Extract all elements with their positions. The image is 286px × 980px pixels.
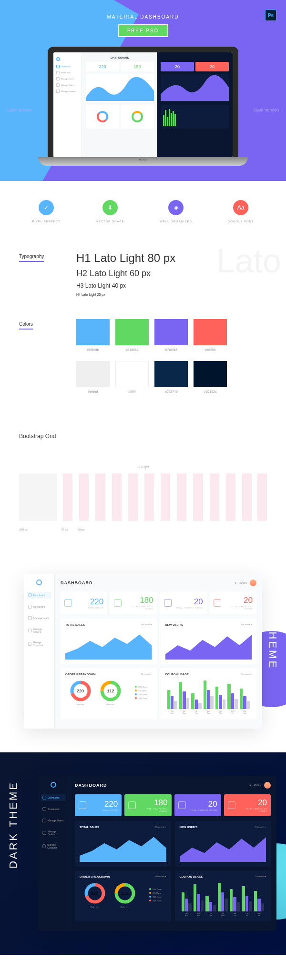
donut-value: 220 <box>91 891 98 896</box>
donut-chart: 220Order rec. <box>70 680 91 706</box>
period-dropdown[interactable]: This month ▾ <box>241 673 252 676</box>
coupon-card: COUPON USAGEThis month ▾5thSun6thMon7thT… <box>161 668 257 719</box>
users-card: NEW USER'SThis month ▾ <box>161 619 257 664</box>
sales-card: TOTAL SALESThis month ▾ <box>75 821 171 867</box>
stat-card[interactable]: 20TOTAL CANCELLED ORDER <box>210 592 256 614</box>
stat-label: TOTAL ORDER <box>75 607 103 609</box>
stat-card[interactable]: 220TOTAL ORDER <box>75 794 122 816</box>
users-card: NEW USER'SThis month ▾ <box>175 821 271 867</box>
sidebar-item: Dashboard <box>56 65 79 68</box>
hero-section: Ps MATERIAL DASHBOARD FREE PSD Light Ver… <box>0 0 286 181</box>
stat-label: TOTAL CANCELLED ORDER <box>224 605 253 610</box>
period-dropdown[interactable]: This month ▾ <box>241 623 252 626</box>
color-swatch: #00152c <box>194 361 227 393</box>
gear-icon[interactable]: ⚙ <box>249 784 251 787</box>
mini-sales-chart <box>86 74 154 102</box>
feature-label: GOOGLE FONT <box>228 220 254 223</box>
card-title: COUPON USAGE <box>180 875 203 878</box>
period-dropdown[interactable]: This month ▾ <box>141 623 152 626</box>
color-swatch: #092749 <box>154 361 188 393</box>
sidebar-item[interactable]: Restaurant <box>41 806 66 812</box>
stat-value: 180 <box>123 64 152 69</box>
grid-width-label: 1170 px <box>19 465 267 469</box>
feature-google-font: Aa GOOGLE FONT <box>228 200 254 223</box>
sidebar-item[interactable]: Manage Coupon's <box>27 640 51 648</box>
stat-card[interactable]: 20TOTAL CANCELLED ORDER <box>224 794 271 816</box>
sidebar-item[interactable]: Dashboard <box>27 592 51 599</box>
sidebar-item[interactable]: Manage User's <box>27 615 51 621</box>
donut-value: 220 <box>77 689 84 693</box>
period-dropdown[interactable]: This month ▾ <box>255 826 266 829</box>
feature-vector-shape: ⬇ VECTOR SHAPE <box>96 200 124 223</box>
dark-version-label: Dark Version <box>254 108 279 113</box>
feature-pixel-perfect: ✓ PIXEL PERFECT <box>32 200 60 223</box>
dash-title: DASHBOARD <box>86 56 154 59</box>
donut-label: Order rec. <box>100 703 121 706</box>
stat-icon <box>214 599 221 607</box>
avatar[interactable] <box>250 580 256 586</box>
color-swatch: #61d862 <box>115 319 149 351</box>
donut-label: Order rec. <box>84 906 105 908</box>
avatar[interactable] <box>264 782 271 789</box>
sales-card: TOTAL SALESThis month ▾ <box>61 619 157 664</box>
color-row: #efefef#ffffff#092749#00152c <box>76 361 267 393</box>
donut-chart: 112Order rec. <box>100 680 121 706</box>
stat-card[interactable]: 180TOTAL COMPLETED ORDER <box>124 794 171 816</box>
period-dropdown[interactable]: This month ▾ <box>155 826 166 829</box>
mini-donut <box>86 105 119 129</box>
free-psd-button[interactable]: FREE PSD <box>118 24 168 37</box>
legend: 50% Done6 % Done20% Done10% Done <box>149 888 162 903</box>
stat-value: 20 <box>174 597 203 607</box>
card-title: TOTAL SALES <box>80 826 99 829</box>
grid-columns <box>19 473 267 521</box>
colors-section: Colors #58b5fb#61d862#7a65f2#ff625b #efe… <box>0 310 286 412</box>
sidebar-item[interactable]: Manage Order's <box>41 829 66 837</box>
hero-title: MATERIAL DASHBOARD <box>0 14 286 20</box>
period-dropdown[interactable]: This month ▾ <box>141 673 152 676</box>
color-swatch: #ffffff <box>115 361 149 393</box>
coupon-card: COUPON USAGEThis month ▾5thSun6thMon7thT… <box>175 870 271 921</box>
color-swatch: #ff625b <box>194 319 227 351</box>
user-menu[interactable]: ⚙ADMIN <box>235 580 256 586</box>
user-menu[interactable]: ⚙ADMIN <box>249 782 271 789</box>
bootstrap-grid-section: Bootstrap Grid 1170 px 250 px 70 px 30 p… <box>0 412 286 550</box>
logo-icon <box>36 580 42 585</box>
stat-label: TOTAL COMPLETED ORDER <box>139 808 167 812</box>
layers-icon: ◈ <box>168 200 184 215</box>
feature-label: WELL ORGANIZED <box>160 220 192 223</box>
color-swatch: #7a65f2 <box>154 319 188 351</box>
mini-users-chart <box>161 74 229 102</box>
sidebar-item[interactable]: Restaurant <box>27 603 51 610</box>
donut-label: Order rec. <box>114 906 135 908</box>
stat-card[interactable]: 180TOTAL COMPLETED ORDER <box>110 592 157 614</box>
sales-chart <box>65 631 152 660</box>
card-title: ORDER BREAKDOWN <box>65 673 96 676</box>
stat-label: TOTAL ORDER <box>89 809 118 811</box>
dark-theme-section: DARK THEME DashboardRestaurantManage Use… <box>0 752 286 955</box>
sidebar-item[interactable]: Manage Order's <box>27 626 51 635</box>
light-theme-label: LIGHT THEME <box>266 579 279 670</box>
gear-icon[interactable]: ⚙ <box>235 581 236 584</box>
feature-label: PIXEL PERFECT <box>32 220 60 223</box>
sidebar-item[interactable]: Dashboard <box>41 794 66 801</box>
card-title: TOTAL SALES <box>65 623 85 626</box>
card-title: NEW USER'S <box>180 826 198 829</box>
section-title: Colors <box>19 321 33 330</box>
period-dropdown[interactable]: This month ▾ <box>155 875 166 878</box>
period-dropdown[interactable]: This month ▾ <box>255 875 266 878</box>
stat-value: 20 <box>198 64 226 69</box>
sidebar-item[interactable]: Manage User's <box>41 817 66 824</box>
stat-card[interactable]: 20TOTAL PENDING ORDER <box>174 794 221 816</box>
stat-value: 220 <box>75 597 103 607</box>
mini-donut <box>121 105 154 129</box>
download-icon: ⬇ <box>102 200 118 215</box>
card-title: ORDER BREAKDOWN <box>80 875 110 878</box>
sidebar-item[interactable]: Manage Coupon's <box>41 842 66 850</box>
coupon-bar-chart <box>180 883 266 911</box>
stat-card[interactable]: 20TOTAL PENDING ORDER <box>160 592 207 614</box>
donut-value: 112 <box>121 891 128 896</box>
dashboard-body: DASHBOARD ⚙ADMIN220TOTAL ORDER180TOTAL C… <box>69 776 276 931</box>
sidebar-item: Manage Order's <box>56 83 79 87</box>
dashboard-body: DASHBOARD ⚙ADMIN220TOTAL ORDER180TOTAL C… <box>55 574 262 729</box>
stat-card[interactable]: 220TOTAL ORDER <box>61 592 107 614</box>
